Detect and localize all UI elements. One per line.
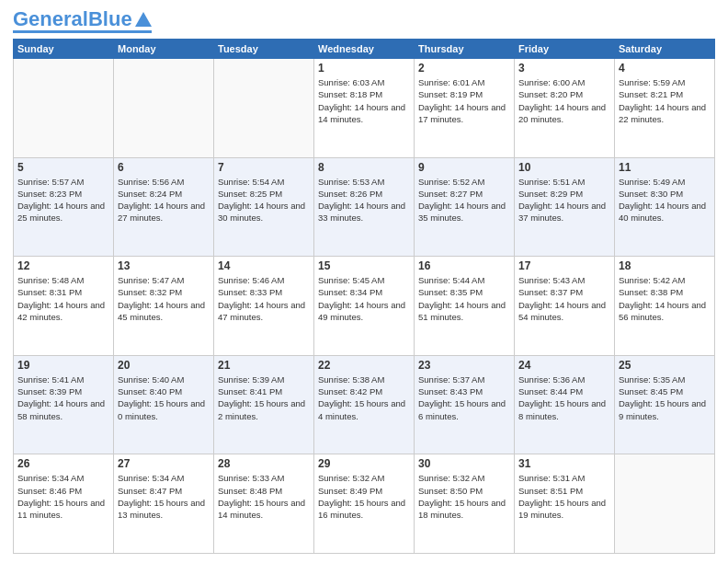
day-number: 3 [518,62,610,75]
calendar-week-row: 19Sunrise: 5:41 AMSunset: 8:39 PMDayligh… [14,355,715,454]
day-info: Sunrise: 5:32 AMSunset: 8:50 PMDaylight:… [418,472,510,521]
day-info: Sunrise: 5:52 AMSunset: 8:27 PMDaylight:… [418,176,510,224]
weekday-header: Tuesday [214,40,314,59]
calendar-cell: 2Sunrise: 6:01 AMSunset: 8:19 PMDaylight… [415,59,515,158]
header: GeneralBlue [13,9,715,33]
calendar-cell: 16Sunrise: 5:44 AMSunset: 8:35 PMDayligh… [415,257,515,356]
day-number: 2 [418,62,510,75]
day-number: 16 [418,259,510,272]
day-number: 27 [118,457,210,470]
day-info: Sunrise: 5:56 AMSunset: 8:24 PMDaylight:… [118,176,210,224]
logo-arrow-icon [135,12,152,27]
calendar-cell: 1Sunrise: 6:03 AMSunset: 8:18 PMDaylight… [314,59,415,158]
day-number: 22 [318,359,410,372]
day-info: Sunrise: 5:38 AMSunset: 8:42 PMDaylight:… [318,373,410,422]
calendar-week-row: 12Sunrise: 5:48 AMSunset: 8:31 PMDayligh… [14,257,715,356]
calendar-cell: 14Sunrise: 5:46 AMSunset: 8:33 PMDayligh… [214,257,314,356]
calendar-cell [114,59,214,158]
day-number: 24 [518,359,610,372]
calendar-cell: 22Sunrise: 5:38 AMSunset: 8:42 PMDayligh… [314,355,415,454]
day-number: 26 [17,457,109,470]
day-info: Sunrise: 5:36 AMSunset: 8:44 PMDaylight:… [518,373,610,422]
day-info: Sunrise: 5:35 AMSunset: 8:45 PMDaylight:… [619,373,711,422]
logo-general: General [13,7,88,30]
day-number: 23 [418,359,510,372]
logo-blue: Blue [88,7,132,30]
calendar-cell: 27Sunrise: 5:34 AMSunset: 8:47 PMDayligh… [114,454,214,554]
day-info: Sunrise: 5:33 AMSunset: 8:48 PMDaylight:… [218,472,310,521]
calendar-cell: 10Sunrise: 5:51 AMSunset: 8:29 PMDayligh… [515,157,615,257]
day-number: 21 [218,359,310,372]
day-info: Sunrise: 5:44 AMSunset: 8:35 PMDaylight:… [418,274,510,323]
day-info: Sunrise: 6:01 AMSunset: 8:19 PMDaylight:… [418,76,510,125]
day-number: 17 [518,259,610,272]
day-info: Sunrise: 5:40 AMSunset: 8:40 PMDaylight:… [118,373,210,422]
calendar-cell: 5Sunrise: 5:57 AMSunset: 8:23 PMDaylight… [14,157,114,257]
day-number: 8 [318,161,410,174]
day-number: 18 [619,259,711,272]
day-info: Sunrise: 5:34 AMSunset: 8:47 PMDaylight:… [118,472,210,521]
calendar-cell: 12Sunrise: 5:48 AMSunset: 8:31 PMDayligh… [14,257,114,356]
calendar-cell: 9Sunrise: 5:52 AMSunset: 8:27 PMDaylight… [415,157,515,257]
day-info: Sunrise: 5:57 AMSunset: 8:23 PMDaylight:… [17,176,109,224]
day-number: 9 [418,161,510,174]
calendar-cell: 4Sunrise: 5:59 AMSunset: 8:21 PMDaylight… [615,59,715,158]
calendar-week-row: 26Sunrise: 5:34 AMSunset: 8:46 PMDayligh… [14,454,715,554]
weekday-header: Monday [114,40,214,59]
weekday-header: Thursday [415,40,515,59]
day-number: 15 [318,259,410,272]
calendar-cell: 18Sunrise: 5:42 AMSunset: 8:38 PMDayligh… [615,257,715,356]
day-number: 13 [118,259,210,272]
day-number: 19 [17,359,109,372]
day-info: Sunrise: 5:51 AMSunset: 8:29 PMDaylight:… [518,176,610,224]
calendar-cell: 19Sunrise: 5:41 AMSunset: 8:39 PMDayligh… [14,355,114,454]
calendar-cell: 26Sunrise: 5:34 AMSunset: 8:46 PMDayligh… [14,454,114,554]
calendar-cell: 8Sunrise: 5:53 AMSunset: 8:26 PMDaylight… [314,157,415,257]
page: GeneralBlue SundayMondayTuesdayWednesday… [0,0,728,563]
day-info: Sunrise: 5:42 AMSunset: 8:38 PMDaylight:… [619,274,711,323]
day-number: 11 [619,161,711,174]
calendar-cell: 21Sunrise: 5:39 AMSunset: 8:41 PMDayligh… [214,355,314,454]
day-info: Sunrise: 5:43 AMSunset: 8:37 PMDaylight:… [518,274,610,323]
calendar-cell: 25Sunrise: 5:35 AMSunset: 8:45 PMDayligh… [615,355,715,454]
calendar-cell: 28Sunrise: 5:33 AMSunset: 8:48 PMDayligh… [214,454,314,554]
calendar-cell: 15Sunrise: 5:45 AMSunset: 8:34 PMDayligh… [314,257,415,356]
calendar-cell: 3Sunrise: 6:00 AMSunset: 8:20 PMDaylight… [515,59,615,158]
calendar-cell: 7Sunrise: 5:54 AMSunset: 8:25 PMDaylight… [214,157,314,257]
day-info: Sunrise: 5:49 AMSunset: 8:30 PMDaylight:… [619,176,711,224]
logo-underline [13,30,152,33]
calendar-cell: 17Sunrise: 5:43 AMSunset: 8:37 PMDayligh… [515,257,615,356]
day-info: Sunrise: 6:00 AMSunset: 8:20 PMDaylight:… [518,76,610,125]
calendar-week-row: 5Sunrise: 5:57 AMSunset: 8:23 PMDaylight… [14,157,715,257]
calendar-cell: 11Sunrise: 5:49 AMSunset: 8:30 PMDayligh… [615,157,715,257]
day-number: 30 [418,457,510,470]
day-info: Sunrise: 5:45 AMSunset: 8:34 PMDaylight:… [318,274,410,323]
calendar-cell: 13Sunrise: 5:47 AMSunset: 8:32 PMDayligh… [114,257,214,356]
day-info: Sunrise: 5:39 AMSunset: 8:41 PMDaylight:… [218,373,310,422]
calendar-cell [615,454,715,554]
calendar-header-row: SundayMondayTuesdayWednesdayThursdayFrid… [14,40,715,59]
day-info: Sunrise: 5:53 AMSunset: 8:26 PMDaylight:… [318,176,410,224]
day-number: 14 [218,259,310,272]
svg-marker-0 [135,12,152,27]
day-number: 25 [619,359,711,372]
logo: GeneralBlue [13,9,152,33]
day-info: Sunrise: 6:03 AMSunset: 8:18 PMDaylight:… [318,76,410,125]
calendar-cell: 6Sunrise: 5:56 AMSunset: 8:24 PMDaylight… [114,157,214,257]
day-info: Sunrise: 5:54 AMSunset: 8:25 PMDaylight:… [218,176,310,224]
day-info: Sunrise: 5:34 AMSunset: 8:46 PMDaylight:… [17,472,109,521]
calendar-cell: 23Sunrise: 5:37 AMSunset: 8:43 PMDayligh… [415,355,515,454]
logo-text: GeneralBlue [13,9,132,29]
weekday-header: Friday [515,40,615,59]
day-info: Sunrise: 5:37 AMSunset: 8:43 PMDaylight:… [418,373,510,422]
day-number: 7 [218,161,310,174]
day-number: 10 [518,161,610,174]
day-number: 28 [218,457,310,470]
day-info: Sunrise: 5:59 AMSunset: 8:21 PMDaylight:… [619,76,711,125]
day-info: Sunrise: 5:46 AMSunset: 8:33 PMDaylight:… [218,274,310,323]
calendar-week-row: 1Sunrise: 6:03 AMSunset: 8:18 PMDaylight… [14,59,715,158]
day-number: 6 [118,161,210,174]
calendar-cell: 29Sunrise: 5:32 AMSunset: 8:49 PMDayligh… [314,454,415,554]
day-info: Sunrise: 5:31 AMSunset: 8:51 PMDaylight:… [518,472,610,521]
calendar-table: SundayMondayTuesdayWednesdayThursdayFrid… [13,39,715,554]
